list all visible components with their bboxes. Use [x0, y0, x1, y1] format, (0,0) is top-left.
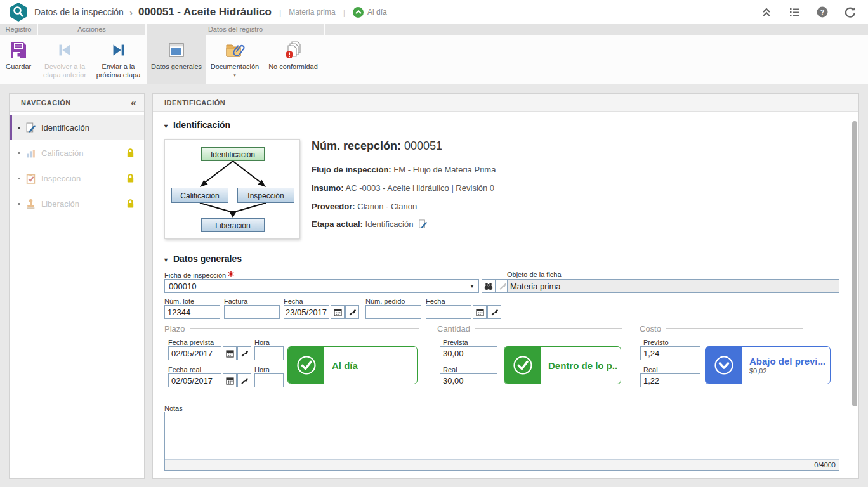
section-title: Datos generales	[173, 254, 242, 264]
refresh-icon[interactable]	[844, 6, 857, 18]
ficha-inspeccion-select[interactable]: 000010 ▼	[164, 279, 479, 293]
costo-previsto-label: Previsto	[643, 339, 669, 346]
costo-real-field[interactable]	[640, 373, 700, 387]
supplier-label: Proveedor:	[312, 202, 355, 211]
cantidad-prevista-label: Prevista	[443, 339, 468, 346]
calendar-icon	[226, 377, 234, 385]
section-header-identificacion[interactable]: ▾ Identificación	[164, 120, 843, 134]
index-list-icon[interactable]	[788, 6, 801, 18]
plazo-status-text: Al día	[332, 360, 417, 371]
stamp-icon	[25, 198, 36, 209]
fecha-real-field[interactable]	[168, 373, 221, 387]
sidebar-item-identificacion[interactable]: Identificación	[10, 115, 144, 140]
factura-field[interactable]	[224, 305, 280, 319]
costo-status-detail: $0,02	[749, 367, 830, 375]
cantidad-status-text: Dentro de lo p..	[548, 360, 621, 371]
brush-icon	[240, 349, 249, 358]
brush-icon	[240, 377, 249, 385]
sidebar-title: NAVEGACIÓN	[21, 99, 71, 107]
ribbon-group-datos-registro: Datos del registro Datos general	[147, 24, 324, 84]
fecha-pedido-label: Fecha	[426, 297, 445, 305]
status-badge: Al día	[367, 8, 387, 16]
nonconformity-button[interactable]: No conformidad	[263, 35, 323, 84]
record-object-label: Materia prima	[289, 8, 335, 16]
fecha-prevista-calendar-button[interactable]	[223, 346, 237, 360]
active-indicator	[10, 115, 12, 140]
flow-node-identificacion: Identificación	[201, 147, 265, 161]
return-previous-stage-label: Devolver a la etapa anterior	[38, 63, 91, 79]
fecha-prevista-clear-button[interactable]	[237, 346, 251, 360]
app-logo-icon	[9, 2, 28, 22]
fecha-factura-field[interactable]	[284, 305, 329, 319]
chevron-down-circle-icon	[706, 347, 742, 384]
hora-real-field[interactable]	[254, 373, 284, 387]
bullet	[18, 178, 20, 179]
check-circle-icon	[288, 347, 324, 384]
binoculars-icon	[484, 282, 493, 290]
notas-field-wrapper: 0/4000	[164, 412, 839, 471]
clipboard-check-icon	[25, 173, 36, 184]
sidebar-collapse-icon[interactable]: «	[131, 97, 136, 108]
flow-node-liberacion: Liberación	[201, 218, 265, 232]
calendar-icon	[226, 349, 234, 358]
save-button-label: Guardar	[6, 63, 31, 71]
cantidad-prevista-field[interactable]	[440, 346, 497, 360]
notas-textarea[interactable]	[165, 412, 839, 459]
collapse-all-icon[interactable]	[760, 6, 773, 18]
fecha-real-calendar-button[interactable]	[223, 373, 237, 387]
ribbon-toolbar: Registro Guardar	[0, 24, 868, 84]
hora-prevista-label: Hora	[254, 339, 270, 346]
fecha-prevista-field[interactable]	[168, 346, 221, 360]
general-data-button[interactable]: Datos generales	[147, 35, 206, 84]
floppy-disk-icon	[8, 39, 29, 61]
vertical-scrollbar-thumb[interactable]	[852, 121, 857, 406]
required-icon	[228, 271, 234, 278]
documentation-menu-caret-icon: ▾	[233, 73, 236, 78]
num-pedido-field[interactable]	[365, 305, 421, 319]
input-label: Insumo:	[312, 183, 344, 193]
fecha-prevista-label: Fecha prevista	[168, 339, 214, 346]
workflow-diagram: Identificación Calificación Inspección L…	[164, 139, 300, 239]
content-area: NAVEGACIÓN « Identificación	[0, 84, 868, 487]
help-icon[interactable]: ?	[816, 6, 829, 18]
send-next-stage-button[interactable]: Enviar a la próxima etapa	[91, 35, 145, 84]
calendar-icon	[334, 308, 342, 316]
sidebar-item-label: Identificación	[41, 123, 89, 133]
documentation-button[interactable]: Documentación ▾	[206, 35, 263, 84]
bullet	[18, 152, 20, 154]
cantidad-real-label: Real	[443, 366, 457, 373]
input-value: AC -0003 - Aceite Hidráulico | Revisión …	[345, 183, 494, 193]
nonconformity-label: No conformidad	[268, 63, 318, 71]
ficha-inspeccion-value: 000010	[169, 282, 196, 291]
supplier-line: Proveedor: Clarion - Clarion	[312, 202, 417, 211]
lock-icon	[126, 173, 135, 186]
brush-icon	[490, 308, 499, 316]
navigation-sidebar: NAVEGACIÓN « Identificación	[9, 93, 145, 479]
fecha-factura-calendar-button[interactable]	[331, 305, 345, 319]
fecha-real-clear-button[interactable]	[237, 373, 251, 387]
save-button[interactable]: Guardar	[0, 35, 37, 84]
section-caret-icon: ▾	[164, 122, 168, 129]
fecha-pedido-calendar-button[interactable]	[473, 305, 487, 319]
num-lote-field[interactable]	[164, 305, 220, 319]
fecha-pedido-field[interactable]	[426, 305, 471, 319]
bullet	[18, 127, 20, 129]
hora-prevista-field[interactable]	[254, 346, 284, 360]
edit-stage-icon[interactable]	[418, 221, 428, 231]
flow-label: Flujo de inspección:	[312, 165, 391, 174]
fecha-pedido-clear-button[interactable]	[487, 305, 501, 319]
cantidad-real-field[interactable]	[440, 373, 497, 387]
costo-previsto-field[interactable]	[640, 346, 700, 360]
section-header-datos-generales[interactable]: ▾ Datos generales	[164, 254, 843, 268]
sidebar-item-calificacion: Calificación	[10, 140, 144, 166]
skip-back-icon	[54, 39, 76, 61]
sidebar-item-label: Liberación	[41, 199, 79, 209]
stage-value: Identificación	[365, 219, 414, 229]
fecha-factura-clear-button[interactable]	[345, 305, 359, 319]
lock-icon	[126, 148, 135, 160]
breadcrumb: Datos de la inspección	[34, 7, 124, 17]
document-pencil-icon	[25, 122, 36, 133]
calendar-icon	[476, 308, 484, 316]
ficha-lookup-button[interactable]	[482, 279, 496, 293]
flow-node-calificacion: Calificación	[171, 188, 228, 203]
